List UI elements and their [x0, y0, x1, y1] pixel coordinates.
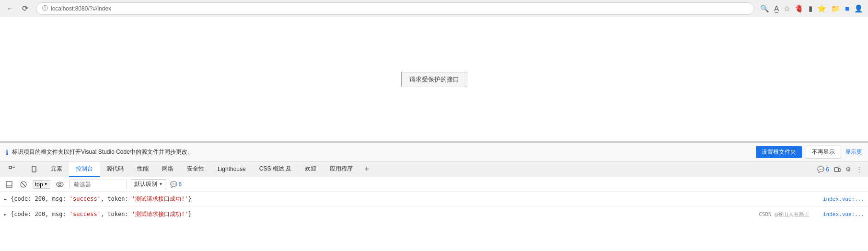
no-show-button[interactable]: 不再显示 — [806, 146, 841, 159]
browser-chrome: ← ⟳ ⓘ localhost:8080/?#/index 🔍 A̲ ☆ 🫀 ▮… — [0, 0, 868, 17]
levels-dropdown-arrow: ▼ — [159, 182, 163, 186]
edge-icon[interactable]: ■ — [845, 4, 849, 12]
console-msg-count: 💬 6 — [170, 181, 182, 188]
tab-network[interactable]: 网络 — [155, 162, 180, 177]
show-drawer-button[interactable] — [4, 180, 14, 189]
log-source-1[interactable]: index.vue:... — [823, 196, 864, 202]
log-row-2[interactable]: ► {code: 200, msg: 'success', token: '测试… — [0, 207, 868, 222]
protected-api-button[interactable]: 请求受保护的接口 — [401, 72, 467, 87]
svg-point-10 — [58, 183, 61, 185]
set-root-button[interactable]: 设置根文件夹 — [756, 146, 802, 158]
back-button[interactable]: ← — [5, 2, 16, 15]
browser-actions: 🔍 A̲ ☆ 🫀 ▮ ⭐ 📁 ■ 👤 — [760, 4, 863, 13]
log-key-1: {code: 200, msg: 'success', token: '测试请求… — [11, 195, 192, 202]
clear-console-button[interactable] — [18, 180, 29, 189]
log-text-2: {code: 200, msg: 'success', token: '测试请求… — [11, 210, 755, 218]
default-levels-label: 默认级别 — [134, 180, 157, 188]
context-selector[interactable]: top ▼ — [33, 180, 50, 189]
log-text-1: {code: 200, msg: 'success', token: '测试请求… — [11, 195, 819, 203]
reader-icon[interactable]: A̲ — [774, 4, 779, 13]
refresh-button[interactable]: ⟳ — [20, 2, 30, 15]
settings-button[interactable]: ⚙ — [845, 166, 851, 173]
notification-info-icon: ℹ — [6, 148, 8, 156]
svg-rect-0 — [9, 166, 12, 169]
log-key-2: {code: 200, msg: 'success', token: '测试请求… — [11, 211, 192, 217]
tab-lighthouse[interactable]: Lighthouse — [211, 162, 253, 177]
pair-devices-button[interactable] — [834, 166, 841, 173]
zoom-icon[interactable]: 🔍 — [760, 4, 769, 13]
tab-performance[interactable]: 性能 — [130, 162, 155, 177]
tab-security[interactable]: 安全性 — [180, 162, 211, 177]
default-levels-selector[interactable]: 默认级别 ▼ — [131, 179, 166, 189]
extensions-icon[interactable]: 🫀 — [795, 4, 804, 13]
tab-console[interactable]: 控制台 — [69, 162, 100, 177]
add-tab-button[interactable]: + — [359, 162, 374, 177]
tab-inspect[interactable] — [2, 162, 24, 177]
tab-spacer — [374, 162, 818, 177]
tab-mobile[interactable] — [24, 162, 44, 177]
more-options-button[interactable]: ⋮ — [856, 166, 862, 173]
svg-rect-3 — [834, 168, 838, 171]
msg-count-value: 6 — [826, 166, 829, 173]
console-toolbar: top ▼ 默认级别 ▼ 💬 6 — [0, 177, 868, 192]
profile-icon[interactable]: 👤 — [854, 4, 863, 13]
info-icon: ⓘ — [42, 4, 48, 12]
context-dropdown-arrow: ▼ — [44, 182, 48, 186]
log-source-2[interactable]: index.vue:... — [823, 211, 864, 217]
svg-rect-2 — [32, 166, 36, 172]
console-bubble-icon: 💬 — [170, 181, 177, 188]
favorites-icon[interactable]: ☆ — [784, 4, 790, 13]
tab-application[interactable]: 应用程序 — [323, 162, 359, 177]
console-count-value: 6 — [179, 181, 182, 188]
show-more-link[interactable]: 显示更 — [845, 148, 862, 156]
csdn-watermark: CSDN @登山人在路上 — [759, 211, 810, 218]
bubble-icon: 💬 — [817, 166, 824, 173]
log-expand-arrow-2[interactable]: ► — [4, 212, 7, 217]
svg-rect-5 — [6, 182, 12, 187]
log-expand-arrow-1[interactable]: ► — [4, 196, 7, 202]
svg-rect-4 — [838, 169, 840, 171]
svg-point-9 — [57, 182, 63, 187]
svg-line-8 — [22, 183, 25, 186]
tab-elements[interactable]: 元素 — [44, 162, 69, 177]
nav-buttons: ← ⟳ — [5, 2, 30, 15]
notification-text: 标识项目的根文件夹以打开Visual Studio Code中的源文件并同步更改… — [12, 148, 752, 156]
eye-filter-button[interactable] — [54, 181, 66, 188]
msg-count-badge: 💬 6 — [817, 166, 829, 173]
collections-icon[interactable]: ⭐ — [817, 4, 826, 13]
devtools-tab-icons: 💬 6 ⚙ ⋮ — [817, 162, 866, 177]
devtools-tabs: 元素 控制台 源代码 性能 网络 安全性 Lighthouse CSS 概述 及… — [0, 162, 868, 177]
address-bar[interactable]: ⓘ localhost:8080/?#/index — [36, 2, 754, 15]
url-text: localhost:8080/?#/index — [51, 5, 748, 12]
tab-welcome[interactable]: 欢迎 — [298, 162, 323, 177]
tab-sources[interactable]: 源代码 — [100, 162, 130, 177]
tab-css-overview[interactable]: CSS 概述 及 — [253, 162, 298, 177]
main-content: 请求受保护的接口 — [0, 17, 868, 142]
log-row-1[interactable]: ► {code: 200, msg: 'success', token: '测试… — [0, 192, 868, 207]
split-icon[interactable]: ▮ — [809, 4, 812, 13]
browser-ext-icon[interactable]: 📁 — [831, 4, 840, 13]
console-logs: ► {code: 200, msg: 'success', token: '测试… — [0, 192, 868, 222]
devtools-area: ℹ 标识项目的根文件夹以打开Visual Studio Code中的源文件并同步… — [0, 142, 868, 222]
filter-input[interactable] — [69, 180, 127, 189]
context-top-label: top — [35, 181, 43, 188]
notification-bar: ℹ 标识项目的根文件夹以打开Visual Studio Code中的源文件并同步… — [0, 143, 868, 162]
